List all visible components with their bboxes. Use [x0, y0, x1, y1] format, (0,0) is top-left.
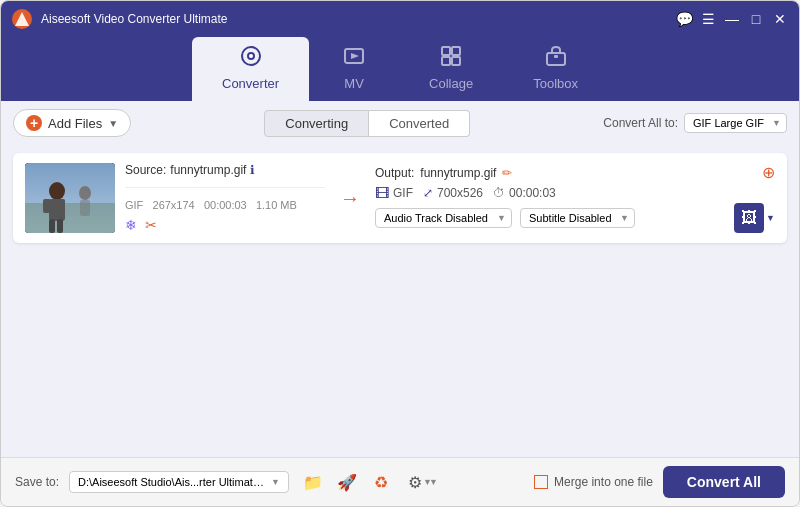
toolbar: + Add Files ▼ Converting Converted Conve…	[1, 101, 799, 145]
svg-rect-18	[49, 219, 55, 233]
arrow-right-icon: →	[340, 187, 360, 210]
window-controls: 💬 ☰ — □ ✕	[675, 10, 789, 28]
output-bottom: Audio Track Disabled Subtitle Disabled 🖼	[375, 203, 775, 233]
subtitle-wrapper[interactable]: Subtitle Disabled	[520, 208, 635, 228]
file-actions: ❄ ✂	[125, 217, 325, 233]
save-path-text: D:\Aiseesoft Studio\Ais...rter Ultimate\…	[78, 476, 267, 488]
svg-rect-17	[57, 199, 65, 213]
output-format: GIF	[393, 186, 413, 200]
open-folder-button[interactable]: 📁	[299, 468, 327, 496]
tab-mv-label: MV	[344, 76, 364, 91]
format-icon: 🎞	[375, 185, 389, 201]
convert-all-section: Convert All to: GIF Large GIF	[603, 113, 787, 133]
file-source: Source: funnytrump.gif ℹ	[125, 163, 325, 177]
chat-button[interactable]: 💬	[675, 10, 693, 28]
output-label: Output:	[375, 166, 414, 180]
gear-select-wrapper[interactable]: ⚙ ▼	[401, 468, 438, 496]
clock-icon: ⏱	[493, 186, 505, 200]
add-files-dropdown-arrow: ▼	[108, 118, 118, 129]
converter-icon	[240, 45, 262, 72]
output-duration-badge: ⏱ 00:00:03	[493, 186, 556, 200]
minimize-button[interactable]: —	[723, 10, 741, 28]
meta-resolution: 267x174	[153, 199, 195, 211]
add-files-label: Add Files	[48, 116, 102, 131]
save-path-select[interactable]: D:\Aiseesoft Studio\Ais...rter Ultimate\…	[69, 471, 289, 493]
scissors-button[interactable]: ✂	[145, 217, 157, 233]
output-duration: 00:00:03	[509, 186, 556, 200]
meta-size: 1.10 MB	[256, 199, 297, 211]
tab-collage-label: Collage	[429, 76, 473, 91]
arrow-section: →	[335, 163, 365, 233]
svg-rect-16	[43, 199, 51, 213]
svg-rect-9	[452, 57, 460, 65]
maximize-button[interactable]: □	[747, 10, 765, 28]
snowflake-button[interactable]: ❄	[125, 217, 137, 233]
svg-rect-11	[554, 55, 558, 58]
format-select[interactable]: GIF Large GIF	[684, 113, 787, 133]
status-bar: Save to: D:\Aiseesoft Studio\Ais...rter …	[1, 457, 799, 506]
file-item: Source: funnytrump.gif ℹ GIF 267x174 00:…	[13, 153, 787, 243]
menu-button[interactable]: ☰	[699, 10, 717, 28]
svg-rect-8	[442, 57, 450, 65]
file-output: Output: funnytrump.gif ✏ ⊕ 🎞 GIF ⤢ 700x5…	[375, 163, 775, 233]
meta-format: GIF	[125, 199, 143, 211]
settings-button[interactable]: 🖼	[734, 203, 764, 233]
svg-point-14	[49, 182, 65, 200]
convert-status-tabs: Converting Converted	[139, 110, 595, 137]
status-icons: 📁 🚀 ♻ ⚙ ▼	[299, 468, 438, 496]
converting-tab[interactable]: Converting	[264, 110, 369, 137]
merge-checkbox[interactable]	[534, 475, 548, 489]
resize-icon: ⤢	[423, 186, 433, 200]
subtitle-select[interactable]: Subtitle Disabled	[520, 208, 635, 228]
tab-converter[interactable]: Converter	[192, 37, 309, 101]
nav-tabs: Converter MV Collage	[1, 37, 799, 101]
converted-tab[interactable]: Converted	[369, 110, 470, 137]
gear-arrow: ▼	[429, 477, 438, 487]
file-info-left: Source: funnytrump.gif ℹ GIF 267x174 00:…	[125, 163, 325, 233]
format-select-wrapper[interactable]: GIF Large GIF	[684, 113, 787, 133]
close-button[interactable]: ✕	[771, 10, 789, 28]
settings-icon: 🖼	[741, 209, 757, 227]
app-logo	[11, 8, 33, 30]
info-divider	[125, 187, 325, 188]
svg-point-4	[249, 54, 253, 58]
convert-all-to-label: Convert All to:	[603, 116, 678, 130]
tab-mv[interactable]: MV	[309, 37, 399, 101]
audio-track-select[interactable]: Audio Track Disabled	[375, 208, 512, 228]
output-resolution-badge: ⤢ 700x526	[423, 186, 483, 200]
audio-track-wrapper[interactable]: Audio Track Disabled	[375, 208, 512, 228]
thumb-preview	[25, 163, 115, 233]
output-filename: funnytrump.gif	[420, 166, 496, 180]
merge-section: Merge into one file	[534, 475, 653, 489]
save-to-label: Save to:	[15, 475, 59, 489]
add-output-icon[interactable]: ⊕	[762, 163, 775, 182]
settings-section: 🖼 ▼	[734, 203, 775, 233]
svg-rect-21	[80, 200, 90, 216]
tab-collage[interactable]: Collage	[399, 37, 503, 101]
edit-output-icon[interactable]: ✏	[502, 166, 512, 180]
convert-all-button[interactable]: Convert All	[663, 466, 785, 498]
merge-label: Merge into one file	[554, 475, 653, 489]
source-label: Source:	[125, 163, 166, 177]
meta-duration: 00:00:03	[204, 199, 247, 211]
output-format-badge: 🎞 GIF	[375, 185, 413, 201]
tab-toolbox-label: Toolbox	[533, 76, 578, 91]
content-area: + Add Files ▼ Converting Converted Conve…	[1, 101, 799, 457]
svg-point-20	[79, 186, 91, 200]
settings-arrow[interactable]: ▼	[766, 213, 775, 223]
plus-icon: +	[26, 115, 42, 131]
gear-button[interactable]: ⚙	[401, 468, 429, 496]
rocket-button[interactable]: 🚀	[333, 468, 361, 496]
mv-icon	[343, 45, 365, 72]
source-filename: funnytrump.gif	[170, 163, 246, 177]
output-top: Output: funnytrump.gif ✏ ⊕	[375, 163, 775, 182]
title-bar: Aiseesoft Video Converter Ultimate 💬 ☰ —…	[1, 1, 799, 37]
tab-toolbox[interactable]: Toolbox	[503, 37, 608, 101]
svg-rect-7	[452, 47, 460, 55]
svg-rect-13	[25, 203, 115, 233]
add-files-button[interactable]: + Add Files ▼	[13, 109, 131, 137]
info-icon[interactable]: ℹ	[250, 163, 255, 177]
svg-rect-10	[547, 53, 565, 65]
output-middle: 🎞 GIF ⤢ 700x526 ⏱ 00:00:03	[375, 185, 775, 201]
recycle-button[interactable]: ♻	[367, 468, 395, 496]
